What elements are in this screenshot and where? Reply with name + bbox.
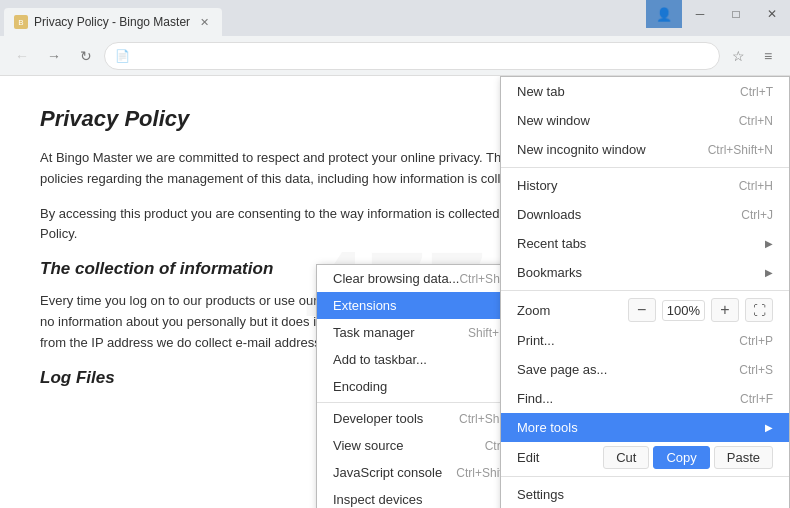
submenu-item-label: Encoding <box>333 379 387 394</box>
tab-favicon: B <box>14 15 28 29</box>
menu-item-more-tools[interactable]: More tools ▶ <box>501 413 789 442</box>
forward-button[interactable]: → <box>40 42 68 70</box>
tab-close-button[interactable]: ✕ <box>196 14 212 30</box>
close-button[interactable]: ✕ <box>754 0 790 28</box>
menu-item-bookmarks[interactable]: Bookmarks ▶ <box>501 258 789 287</box>
menu-item-label: More tools <box>517 420 578 435</box>
zoom-decrease-button[interactable]: − <box>628 298 656 322</box>
title-bar: B Privacy Policy - Bingo Master ✕ 👤 ─ □ … <box>0 0 790 36</box>
menu-item-label: Bookmarks <box>517 265 582 280</box>
arrow-icon: ▶ <box>765 267 773 278</box>
submenu-item-label: View source <box>333 438 404 453</box>
submenu-item-label: Add to taskbar... <box>333 352 427 367</box>
edit-label: Edit <box>517 450 599 465</box>
menu-shortcut: Ctrl+P <box>739 334 773 348</box>
bookmark-button[interactable]: ☆ <box>724 42 752 70</box>
menu-item-label: Downloads <box>517 207 581 222</box>
menu-item-label: Print... <box>517 333 555 348</box>
menu-shortcut: Ctrl+J <box>741 208 773 222</box>
menu-shortcut: Ctrl+H <box>739 179 773 193</box>
chrome-menu-button[interactable]: ≡ <box>754 42 782 70</box>
menu-item-label: Save page as... <box>517 362 607 377</box>
minimize-button[interactable]: ─ <box>682 0 718 28</box>
menu-shortcut: Ctrl+T <box>740 85 773 99</box>
nav-bar: ← → ↻ 📄 ☆ ≡ <box>0 36 790 76</box>
zoom-control-row: Zoom − 100% + ⛶ <box>501 294 789 326</box>
nav-right-buttons: ☆ ≡ <box>724 42 782 70</box>
submenu-item-label: Clear browsing data... <box>333 271 459 286</box>
menu-item-label: History <box>517 178 557 193</box>
address-page-icon: 📄 <box>115 49 130 63</box>
zoom-fullscreen-button[interactable]: ⛶ <box>745 298 773 322</box>
arrow-icon: ▶ <box>765 238 773 249</box>
cut-button[interactable]: Cut <box>603 446 649 469</box>
menu-item-label: Settings <box>517 487 564 502</box>
menu-item-label: New tab <box>517 84 565 99</box>
menu-item-label: Recent tabs <box>517 236 586 251</box>
menu-item-history[interactable]: History Ctrl+H <box>501 171 789 200</box>
menu-item-save-page[interactable]: Save page as... Ctrl+S <box>501 355 789 384</box>
zoom-value: 100% <box>662 300 705 321</box>
zoom-label: Zoom <box>517 303 622 318</box>
menu-item-new-window[interactable]: New window Ctrl+N <box>501 106 789 135</box>
menu-item-find[interactable]: Find... Ctrl+F <box>501 384 789 413</box>
submenu-item-label: Developer tools <box>333 411 423 426</box>
menu-item-new-tab[interactable]: New tab Ctrl+T <box>501 77 789 106</box>
menu-divider <box>501 476 789 477</box>
menu-shortcut: Ctrl+F <box>740 392 773 406</box>
submenu-item-label: Task manager <box>333 325 415 340</box>
maximize-button[interactable]: □ <box>718 0 754 28</box>
zoom-increase-button[interactable]: + <box>711 298 739 322</box>
menu-item-label: New window <box>517 113 590 128</box>
menu-shortcut: Ctrl+Shift+N <box>708 143 773 157</box>
browser-frame: B Privacy Policy - Bingo Master ✕ 👤 ─ □ … <box>0 0 790 508</box>
refresh-button[interactable]: ↻ <box>72 42 100 70</box>
chrome-main-menu: New tab Ctrl+T New window Ctrl+N New inc… <box>500 76 790 508</box>
menu-item-recent-tabs[interactable]: Recent tabs ▶ <box>501 229 789 258</box>
copy-button[interactable]: Copy <box>653 446 709 469</box>
menu-item-downloads[interactable]: Downloads Ctrl+J <box>501 200 789 229</box>
menu-item-label: New incognito window <box>517 142 646 157</box>
menu-item-new-incognito[interactable]: New incognito window Ctrl+Shift+N <box>501 135 789 164</box>
submenu-item-label: Extensions <box>333 298 397 313</box>
title-bar-controls: 👤 ─ □ ✕ <box>646 0 790 28</box>
menu-item-settings[interactable]: Settings <box>501 480 789 508</box>
paste-button[interactable]: Paste <box>714 446 773 469</box>
menu-item-label: Find... <box>517 391 553 406</box>
menu-divider <box>501 290 789 291</box>
menu-shortcut: Ctrl+S <box>739 363 773 377</box>
menu-item-print[interactable]: Print... Ctrl+P <box>501 326 789 355</box>
back-button[interactable]: ← <box>8 42 36 70</box>
arrow-icon: ▶ <box>765 422 773 433</box>
address-bar[interactable]: 📄 <box>104 42 720 70</box>
menu-divider <box>501 167 789 168</box>
tab-label: Privacy Policy - Bingo Master <box>34 15 190 29</box>
menu-shortcut: Ctrl+N <box>739 114 773 128</box>
submenu-item-label: JavaScript console <box>333 465 442 480</box>
user-icon-button[interactable]: 👤 <box>646 0 682 28</box>
submenu-item-label: Inspect devices <box>333 492 423 507</box>
browser-tab[interactable]: B Privacy Policy - Bingo Master ✕ <box>4 8 222 36</box>
edit-row: Edit Cut Copy Paste <box>501 442 789 473</box>
content-area: 477 Privacy Policy At Bingo Master we ar… <box>0 76 790 508</box>
